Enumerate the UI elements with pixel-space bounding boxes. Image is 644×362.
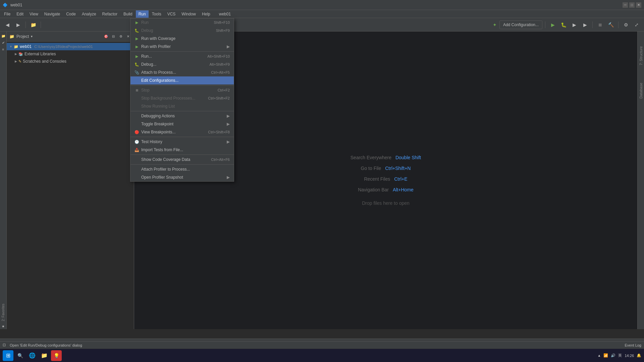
menu-run-toggle-bp-left: Toggle Breakpoint xyxy=(135,122,173,126)
menu-run-debug-dialog[interactable]: 🐛 Debug... Alt+Shift+F9 xyxy=(130,60,234,68)
menu-run-stop-bg-shortcut: Ctrl+Shift+F2 xyxy=(208,96,230,100)
menu-run-coverage-data[interactable]: Show Code Coverage Data Ctrl+Alt+F6 xyxy=(130,156,234,164)
menu-run-view-bp[interactable]: 🔴 View Breakpoints... Ctrl+Shift+F8 xyxy=(130,128,234,136)
title-bar-left: 🔷 web01 xyxy=(3,3,22,7)
test-history-arrow: ▶ xyxy=(227,139,230,144)
coverage-btn[interactable]: ▶ xyxy=(570,20,579,29)
menu-project-name[interactable]: web01 xyxy=(216,10,233,18)
menu-run-debug-actions[interactable]: Debugging Actions ▶ xyxy=(130,112,234,120)
build-btn[interactable]: 🔨 xyxy=(606,20,615,29)
toolbar-sep-2 xyxy=(41,21,41,28)
menu-run-running-list-left: Show Running List xyxy=(135,104,175,109)
menu-window[interactable]: Window xyxy=(179,10,199,18)
run-btn[interactable]: ▶ xyxy=(548,20,557,29)
hint-row-recent: Recent Files Ctrl+E xyxy=(364,176,407,182)
menu-refactor[interactable]: Refactor xyxy=(100,10,120,18)
menu-navigate[interactable]: Navigate xyxy=(42,10,63,18)
project-panel: 📁 Project ▾ 🎯 ⊟ ⚙ ✕ ▼ 📁 web01 C:\Users\y… xyxy=(7,32,134,329)
add-configuration-btn[interactable]: Add Configuration... xyxy=(499,20,542,29)
taskbar-arrow-icon[interactable]: ▲ xyxy=(598,354,601,357)
taskbar-edge[interactable]: 🌐 xyxy=(27,350,38,361)
minimize-button[interactable]: ─ xyxy=(623,2,628,8)
menu-run-running-list[interactable]: Show Running List xyxy=(130,102,234,110)
menu-run-toggle-bp[interactable]: Toggle Breakpoint ▶ xyxy=(130,120,234,128)
project-collapse-btn[interactable]: ⊟ xyxy=(110,34,116,40)
sidebar-bookmark-icon[interactable]: ★ xyxy=(0,323,6,329)
settings-btn[interactable]: ⚙ xyxy=(621,20,631,29)
stop-btn[interactable]: ⏹ xyxy=(595,20,605,29)
expand-btn[interactable]: ⤢ xyxy=(632,20,641,29)
menu-run-debug[interactable]: 🐛 Debug Shift+F9 xyxy=(130,26,234,35)
menu-run-attach-shortcut: Ctrl+Alt+F5 xyxy=(211,70,230,74)
menu-run-import-tests[interactable]: 📥 Import Tests from File... xyxy=(130,146,234,154)
sidebar-commit-icon[interactable]: ✔ xyxy=(0,40,6,46)
menu-run-run[interactable]: ▶ Run Shift+F10 xyxy=(130,18,234,26)
menu-run-run-dialog[interactable]: ▶ Run... Alt+Shift+F10 xyxy=(130,52,234,60)
event-log-status[interactable]: Event Log xyxy=(625,343,641,347)
scratches-expand-icon: ▶ xyxy=(15,60,17,63)
project-locate-btn[interactable]: 🎯 xyxy=(103,34,109,40)
menu-run-running-list-label: Show Running List xyxy=(141,104,175,109)
project-settings-btn[interactable]: ⚙ xyxy=(118,34,124,40)
debug-btn[interactable]: 🐛 xyxy=(559,20,568,29)
menu-file[interactable]: File xyxy=(1,10,13,18)
sidebar-structure-icon[interactable]: ≡ xyxy=(0,46,6,52)
menu-bar: File Edit View Navigate Code Analyze Ref… xyxy=(0,10,644,18)
hint-row-file: Go to File Ctrl+Shift+N xyxy=(361,166,411,171)
tree-item-root[interactable]: ▼ 📁 web01 C:\Users\ysy18\IdeaProjects\we… xyxy=(7,43,134,50)
menu-run-attach[interactable]: 📎 Attach to Process... Ctrl+Alt+F5 xyxy=(130,68,234,76)
menu-run-view-bp-shortcut: Ctrl+Shift+F8 xyxy=(208,130,230,134)
editor-hints: Search Everywhere Double Shift Go to Fil… xyxy=(351,155,421,206)
maximize-button[interactable]: □ xyxy=(629,2,635,8)
taskbar-search[interactable]: 🔍 xyxy=(15,350,25,361)
project-header-btns: 🎯 ⊟ ⚙ ✕ xyxy=(103,34,131,40)
scratches-icon: ✎ xyxy=(18,59,21,64)
toolbar-sep-5 xyxy=(618,21,619,28)
menu-run-edit-configs[interactable]: Edit Configurations... xyxy=(130,76,234,84)
tree-item-libraries[interactable]: ▶ 📚 External Libraries xyxy=(7,50,134,58)
menu-run-stop-bg[interactable]: Stop Background Processes... Ctrl+Shift+… xyxy=(130,94,234,102)
toolbar-folder-btn[interactable]: 📁 xyxy=(29,20,38,29)
sep-2 xyxy=(130,85,234,85)
run-coverage-data-icon xyxy=(135,157,139,162)
status-right: Event Log xyxy=(625,343,641,347)
taskbar-notification[interactable]: 🔔 xyxy=(637,353,641,358)
menu-code[interactable]: Code xyxy=(63,10,78,18)
menu-run-stop-bg-left: Stop Background Processes... xyxy=(135,96,195,101)
menu-run-stop[interactable]: ⏹ Stop Ctrl+F2 xyxy=(130,86,234,94)
edge-icon: 🌐 xyxy=(29,352,36,359)
toolbar-forward-btn[interactable]: ▶ xyxy=(13,20,23,29)
profiler-btn[interactable]: ▶ xyxy=(580,20,590,29)
status-bar: ☐ Open 'Edit Run/Debug configurations' d… xyxy=(0,341,644,349)
menu-run-attach-profiler[interactable]: Attach Profiler to Process... xyxy=(130,165,234,173)
menu-view[interactable]: View xyxy=(27,10,41,18)
close-button[interactable]: ✕ xyxy=(636,2,641,8)
toolbar-back-btn[interactable]: ◀ xyxy=(3,20,12,29)
menu-help[interactable]: Help xyxy=(199,10,213,18)
menu-run-test-history[interactable]: 🕐 Test History ▶ xyxy=(130,138,234,146)
tree-item-scratches[interactable]: ▶ ✎ Scratches and Consoles xyxy=(7,58,134,65)
run-open-profiler-icon xyxy=(135,175,139,180)
menu-build[interactable]: Build xyxy=(121,10,135,18)
sidebar-project-icon[interactable]: 📁 xyxy=(0,33,6,39)
run-edit-configs-icon xyxy=(135,78,139,83)
menu-analyze[interactable]: Analyze xyxy=(79,10,99,18)
menu-tools[interactable]: Tools xyxy=(149,10,164,18)
database-panel-label[interactable]: Database xyxy=(638,81,644,100)
menu-run[interactable]: Run xyxy=(136,10,149,18)
menu-edit[interactable]: Edit xyxy=(14,10,26,18)
project-dropdown-icon[interactable]: ▾ xyxy=(31,35,33,38)
menu-vcs[interactable]: VCS xyxy=(165,10,178,18)
taskbar-app[interactable]: 💡 xyxy=(51,350,62,361)
menu-run-open-profiler[interactable]: Open Profiler Snapshot ▶ xyxy=(130,173,234,181)
menu-run-run-left: ▶ Run xyxy=(135,20,149,25)
root-folder-icon: 📁 xyxy=(14,45,18,49)
start-button[interactable]: ⊞ xyxy=(3,350,13,361)
run-menu-dropdown: ▶ Run Shift+F10 🐛 Debug Shift+F9 ▶ Run w… xyxy=(130,18,234,182)
menu-run-profiler[interactable]: ▶ Run with Profiler ▶ xyxy=(130,43,234,51)
structure-panel-label[interactable]: 7: Structure xyxy=(638,45,644,67)
favorites-label[interactable]: 2: Favorites xyxy=(1,302,6,322)
menu-run-attach-label: Attach to Process... xyxy=(141,70,176,75)
menu-run-coverage[interactable]: ▶ Run with Coverage xyxy=(130,35,234,43)
taskbar-explorer[interactable]: 📁 xyxy=(39,350,50,361)
